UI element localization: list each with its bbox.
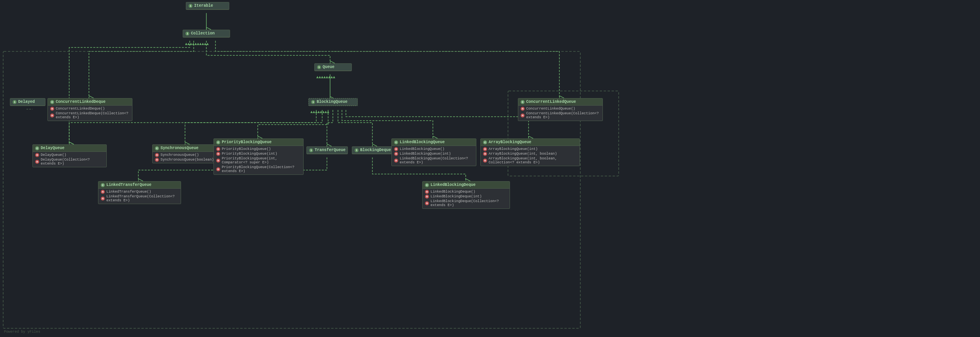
blocking-queue-type-icon: i <box>311 100 315 104</box>
queue-type-icon: i <box>317 65 321 69</box>
node-delay-queue: c DelayQueue m DelayQueue() m DelayQueue… <box>32 144 107 167</box>
abq-m2: m ArrayBlockingQueue(int, boolean) <box>481 151 580 156</box>
ltq-type-icon: c <box>101 183 105 187</box>
node-iterable: i Iterable <box>186 2 229 10</box>
pbq-m2: m PriorityBlockingQueue(int) <box>214 151 303 156</box>
sq-body: m SynchronousQueue() m SynchronousQueue(… <box>153 152 219 163</box>
lbd-m1-text: LinkedBlockingDeque() <box>431 190 475 194</box>
ltq-m1-icon: m <box>101 190 105 194</box>
tq-title: TransferQueue <box>315 148 346 152</box>
node-collection: i Collection <box>183 30 230 38</box>
abq-title: ArrayBlockingQueue <box>489 140 531 144</box>
lbd-title: LinkedBlockingDeque <box>431 183 476 187</box>
sq-type-icon: c <box>155 146 159 150</box>
lbq-m2-text: LinkedBlockingQueue(int) <box>400 152 451 156</box>
dq-header: c DelayQueue <box>33 145 106 152</box>
pbq-m1-text: PriorityBlockingQueue() <box>222 147 271 151</box>
lbd-m1: m LinkedBlockingDeque() <box>423 189 510 194</box>
lbq-m2: m LinkedBlockingQueue(int) <box>392 151 476 156</box>
pbq-m3-icon: m <box>216 159 220 163</box>
cld-method-2: m ConcurrentLinkedDeque(Collection<? ext… <box>48 111 132 120</box>
tq-type-icon: i <box>309 148 313 152</box>
pbq-m4-text: PriorityBlockingQueue(Collection<? exten… <box>222 165 301 173</box>
sq-m1-text: SynchronousQueue() <box>161 153 199 157</box>
lbd-body: m LinkedBlockingDeque() m LinkedBlocking… <box>423 189 510 208</box>
lbd-m3: m LinkedBlockingDeque(Collection<? exten… <box>423 199 510 208</box>
pbq-body: m PriorityBlockingQueue() m PriorityBloc… <box>214 146 303 174</box>
clq-title: ConcurrentLinkedQueue <box>526 100 576 104</box>
cld-body: m ConcurrentLinkedDeque() m ConcurrentLi… <box>48 106 132 121</box>
sq-header: c SynchronousQueue <box>153 145 219 152</box>
iterable-type-icon: i <box>189 4 193 8</box>
delayed-title: Delayed <box>18 100 35 104</box>
queue-title: Queue <box>323 65 334 69</box>
pbq-m2-text: PriorityBlockingQueue(int) <box>222 152 277 156</box>
node-priority-blocking-queue: c PriorityBlockingQueue m PriorityBlocki… <box>213 138 304 175</box>
abq-header: c ArrayBlockingQueue <box>481 139 580 146</box>
connections-svg <box>0 0 980 337</box>
ltq-m1: m LinkedTransferQueue() <box>98 189 181 194</box>
lbq-m3-icon: m <box>394 159 398 163</box>
node-linked-transfer-queue: c LinkedTransferQueue m LinkedTransferQu… <box>98 181 181 204</box>
pbq-header: c PriorityBlockingQueue <box>214 139 303 146</box>
sq-m2: m SynchronousQueue(boolean) <box>153 157 219 162</box>
pbq-m4: m PriorityBlockingQueue(Collection<? ext… <box>214 165 303 174</box>
iterable-title: Iterable <box>194 4 213 8</box>
dq-m2-icon: m <box>35 160 39 164</box>
clq-body: m ConcurrentLinkedQueue() m ConcurrentLi… <box>518 106 602 121</box>
collection-title: Collection <box>191 31 215 36</box>
lbd-m3-text: LinkedBlockingDeque(Collection<? extends… <box>431 199 507 207</box>
ltq-m1-text: LinkedTransferQueue() <box>106 190 151 194</box>
blocking-queue-arrows: ▲▲▲▲▲▲▲▲ <box>310 110 329 114</box>
pbq-m1: m PriorityBlockingQueue() <box>214 147 303 151</box>
cld-method-1: m ConcurrentLinkedDeque() <box>48 106 132 111</box>
dq-m1-text: DelayQueue() <box>41 153 66 157</box>
node-blocking-deque: i BlockingDeque <box>352 146 395 154</box>
lbq-m1-icon: m <box>394 147 398 151</box>
node-delayed-header: i Delayed <box>10 98 45 106</box>
clq-m1-text: ConcurrentLinkedQueue() <box>526 107 575 111</box>
node-queue: i Queue <box>314 63 352 71</box>
node-blocking-queue: i BlockingQueue <box>308 98 358 106</box>
dq-type-icon: c <box>35 146 39 150</box>
abq-m3-icon: m <box>483 159 487 163</box>
sq-m1-icon: m <box>155 153 159 157</box>
clq-m1: m ConcurrentLinkedQueue() <box>518 106 602 111</box>
node-concurrent-linked-deque: c ConcurrentLinkedDeque m ConcurrentLink… <box>47 98 132 121</box>
node-concurrent-linked-queue: c ConcurrentLinkedQueue m ConcurrentLink… <box>518 98 603 121</box>
node-queue-header: i Queue <box>315 64 351 71</box>
lbq-type-icon: c <box>394 140 398 144</box>
lbd-header: c LinkedBlockingDeque <box>423 182 510 189</box>
node-iterable-header: i Iterable <box>186 2 229 9</box>
node-blocking-queue-header: i BlockingQueue <box>309 98 357 106</box>
node-delayed: i Delayed <box>10 98 45 106</box>
lbd-m2-text: LinkedBlockingDeque(int) <box>431 195 482 199</box>
lbd-type-icon: c <box>425 183 429 187</box>
sq-m2-text: SynchronousQueue(boolean) <box>161 158 214 162</box>
node-collection-header: i Collection <box>183 30 230 37</box>
cld-m1-text: ConcurrentLinkedDeque() <box>56 107 105 111</box>
bd-title: BlockingDeque <box>360 148 391 152</box>
cld-title: ConcurrentLinkedDeque <box>56 100 106 104</box>
ltq-m2-text: LinkedTransferQueue(Collection<? extends… <box>106 195 178 203</box>
abq-m1: m ArrayBlockingQueue(int) <box>481 147 580 151</box>
node-array-blocking-queue: c ArrayBlockingQueue m ArrayBlockingQueu… <box>480 138 580 166</box>
abq-m1-icon: m <box>483 147 487 151</box>
clq-m2-icon: m <box>521 114 525 117</box>
lbd-m2: m LinkedBlockingDeque(int) <box>423 194 510 199</box>
cld-m2-icon: m <box>50 114 54 117</box>
dq-m1: m DelayQueue() <box>33 153 106 157</box>
abq-body: m ArrayBlockingQueue(int) m ArrayBlockin… <box>481 146 580 166</box>
queue-arrows: ▲▲▲▲▲▲▲▲ <box>316 75 335 80</box>
abq-m2-text: ArrayBlockingQueue(int, boolean) <box>489 152 557 156</box>
abq-type-icon: c <box>483 140 487 144</box>
sq-m2-icon: m <box>155 158 159 162</box>
dq-m1-icon: m <box>35 153 39 157</box>
cld-m1-icon: m <box>50 107 54 111</box>
collection-type-icon: i <box>185 32 189 36</box>
ltq-m2: m LinkedTransferQueue(Collection<? exten… <box>98 194 181 203</box>
pbq-m3-text: PriorityBlockingQueue(int, Comparator<? … <box>222 157 301 165</box>
abq-m3-text: ArrayBlockingQueue(int, boolean, Collect… <box>489 157 577 165</box>
lbq-m1: m LinkedBlockingQueue() <box>392 147 476 151</box>
ltq-m2-icon: m <box>101 197 105 201</box>
